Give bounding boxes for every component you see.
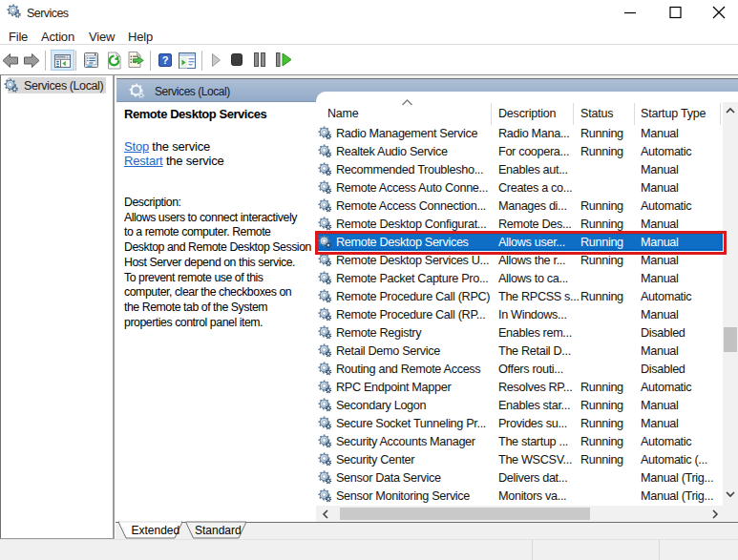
svg-text:Standard: Standard <box>195 524 242 537</box>
svg-text:Extended: Extended <box>132 524 180 537</box>
svg-text:?: ? <box>162 54 169 66</box>
